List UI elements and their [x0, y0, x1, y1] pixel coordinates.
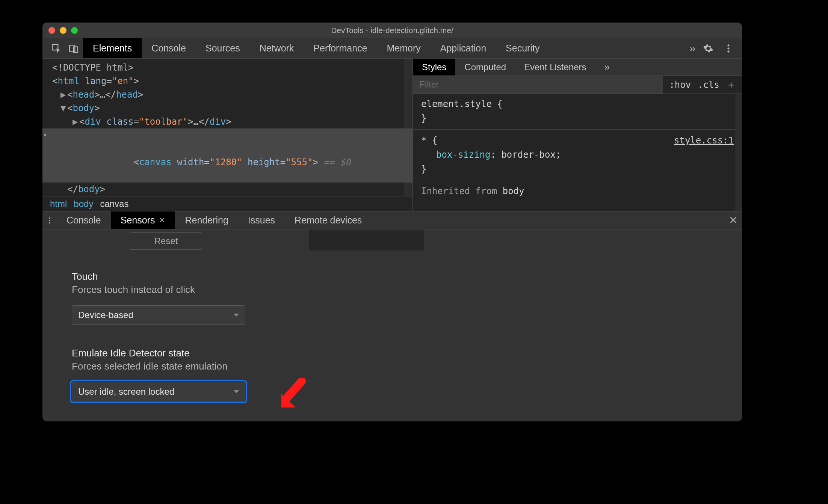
expand-icon[interactable]: ▶ [73, 115, 79, 128]
breadcrumb-canvas[interactable]: canvas [100, 199, 128, 209]
chevron-down-icon [234, 390, 239, 393]
tab-security[interactable]: Security [496, 38, 549, 58]
device-toolbar-icon[interactable] [69, 44, 79, 53]
rule-separator [413, 180, 742, 180]
drawer-tab-sensors[interactable]: Sensors ✕ [111, 211, 175, 229]
expand-icon[interactable]: ▶ [60, 88, 67, 101]
drawer-tab-rendering[interactable]: Rendering [175, 211, 238, 229]
dom-tree[interactable]: <!DOCTYPE html> <html lang="en"> ▶<head>… [42, 59, 412, 196]
svg-point-6 [49, 217, 50, 219]
panel-tabs: Elements Console Sources Network Perform… [83, 38, 549, 58]
tab-label: Sensors [121, 215, 155, 226]
collapse-icon[interactable]: ▼ [60, 101, 67, 115]
tab-network[interactable]: Network [250, 38, 304, 58]
close-tab-icon[interactable]: ✕ [159, 216, 165, 225]
tab-application[interactable]: Application [431, 38, 496, 58]
section-subtitle: Forces selected idle state emulation [72, 361, 727, 372]
chevron-down-icon [234, 314, 239, 317]
content-area: <!DOCTYPE html> <html lang="en"> ▶<head>… [42, 59, 742, 211]
svg-point-8 [49, 222, 50, 223]
style-rule[interactable]: element.style { [421, 97, 734, 111]
toolbar-icons [42, 38, 83, 58]
dom-line[interactable]: <!DOCTYPE html> [52, 61, 412, 74]
dom-line[interactable]: ▶<head>…</head> [52, 88, 412, 101]
maximize-window-button[interactable] [71, 27, 78, 34]
touch-select[interactable]: Device-based [72, 305, 245, 325]
section-title: Emulate Idle Detector state [72, 347, 727, 359]
drawer-tabs: Console Sensors ✕ Rendering Issues Remot… [42, 211, 742, 229]
breadcrumbs: html body canvas [42, 196, 412, 211]
svg-point-5 [727, 50, 729, 52]
orientation-preview [309, 229, 424, 250]
tab-performance[interactable]: Performance [304, 38, 377, 58]
dom-line-selected[interactable]: ••• <canvas width="1280" height="555"> =… [42, 128, 412, 183]
style-declaration[interactable]: box-sizing: border-box; [421, 148, 734, 162]
styles-filter-row: :hov .cls ＋ [413, 76, 742, 94]
style-rule-end: } [421, 162, 734, 176]
annotation-arrow-icon [279, 378, 309, 412]
traffic-lights [48, 27, 78, 34]
tab-elements[interactable]: Elements [83, 38, 142, 58]
sensors-sections: Touch Forces touch instead of click Devi… [72, 271, 727, 421]
drawer-close-button[interactable]: ✕ [724, 211, 742, 229]
cls-toggle[interactable]: .cls [698, 80, 719, 90]
tab-styles[interactable]: Styles [413, 59, 455, 75]
svg-point-4 [727, 47, 729, 49]
close-icon: ✕ [729, 215, 737, 226]
styles-body[interactable]: element.style { } * { style.css:1 box-si… [413, 94, 742, 211]
drawer-tab-issues[interactable]: Issues [238, 211, 285, 229]
scrollbar-track[interactable] [735, 94, 742, 211]
rule-separator [413, 129, 742, 130]
settings-icon[interactable] [703, 43, 713, 54]
svg-point-7 [49, 220, 50, 221]
tab-computed[interactable]: Computed [455, 59, 515, 75]
reset-button[interactable]: Reset [129, 232, 203, 250]
main-toolbar: Elements Console Sources Network Perform… [42, 38, 742, 59]
more-styles-tabs-icon[interactable]: » [595, 59, 617, 75]
new-style-rule-icon[interactable]: ＋ [726, 78, 736, 91]
elements-pane: <!DOCTYPE html> <html lang="en"> ▶<head>… [42, 59, 413, 211]
styles-filter-input[interactable] [413, 76, 663, 94]
tab-sources[interactable]: Sources [196, 38, 250, 58]
tab-memory[interactable]: Memory [377, 38, 430, 58]
styles-tabs: Styles Computed Event Listeners » [413, 59, 742, 76]
sensors-panel: Reset Touch Forces touch instead of clic… [42, 229, 742, 421]
dom-line[interactable]: <html lang="en"> [52, 74, 412, 88]
dom-line[interactable]: </body> [52, 183, 412, 196]
touch-section: Touch Forces touch instead of click Devi… [72, 271, 727, 325]
gutter-dots-icon[interactable]: ••• [42, 128, 48, 142]
dom-line[interactable]: ▶<div class="toolbar">…</div> [52, 115, 412, 128]
window-title: DevTools - idle-detection.glitch.me/ [42, 26, 742, 35]
select-value: Device-based [78, 310, 133, 320]
drawer-tab-console[interactable]: Console [57, 211, 111, 229]
drawer-menu-icon[interactable] [42, 211, 57, 229]
titlebar: DevTools - idle-detection.glitch.me/ [42, 23, 742, 38]
section-title: Touch [72, 271, 727, 282]
section-subtitle: Forces touch instead of click [72, 284, 727, 296]
drawer: Console Sensors ✕ Rendering Issues Remot… [42, 211, 742, 421]
tab-event-listeners[interactable]: Event Listeners [515, 59, 595, 75]
kebab-menu-icon[interactable] [723, 43, 734, 54]
tab-console[interactable]: Console [142, 38, 196, 58]
devtools-window: DevTools - idle-detection.glitch.me/ Ele… [42, 23, 742, 421]
breadcrumb-html[interactable]: html [50, 199, 67, 209]
dom-line[interactable]: ▼<body> [52, 101, 412, 115]
svg-point-3 [727, 44, 729, 46]
inspect-element-icon[interactable] [51, 44, 61, 53]
drawer-tab-remote-devices[interactable]: Remote devices [285, 211, 372, 229]
styles-pane: Styles Computed Event Listeners » :hov .… [413, 59, 742, 211]
toolbar-right: » [689, 38, 742, 58]
minimize-window-button[interactable] [60, 27, 66, 34]
styles-filter-toggles: :hov .cls ＋ [663, 76, 742, 94]
style-rule-end: } [421, 111, 734, 125]
rule-source-link[interactable]: style.css:1 [674, 133, 734, 148]
breadcrumb-body[interactable]: body [74, 199, 93, 209]
inherited-from: Inherited from body [421, 184, 734, 198]
hov-toggle[interactable]: :hov [669, 80, 691, 90]
idle-state-select[interactable]: User idle, screen locked [72, 382, 245, 401]
svg-rect-1 [70, 45, 75, 51]
style-rule[interactable]: * { style.css:1 [421, 133, 734, 148]
more-tabs-icon[interactable]: » [689, 42, 693, 54]
close-window-button[interactable] [48, 27, 55, 34]
select-value: User idle, screen locked [78, 386, 174, 397]
